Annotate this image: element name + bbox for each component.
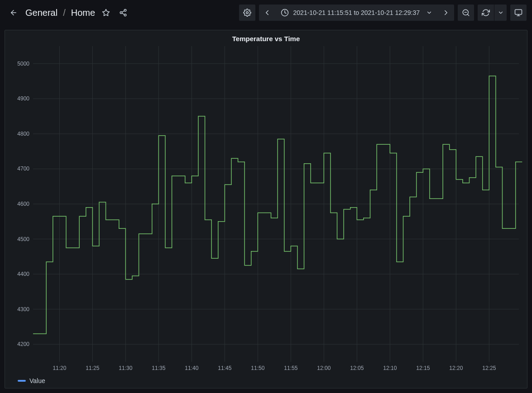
- svg-text:11:50: 11:50: [251, 365, 264, 371]
- breadcrumb: General / Home: [25, 6, 129, 19]
- chevron-down-icon: [426, 9, 432, 16]
- svg-line-10: [467, 14, 469, 15]
- svg-text:11:40: 11:40: [185, 365, 198, 371]
- chart-panel: Temperature vs Time 42004300440045004600…: [5, 30, 527, 388]
- svg-text:11:30: 11:30: [119, 365, 132, 371]
- refresh-interval-button[interactable]: [494, 5, 507, 21]
- svg-text:12:20: 12:20: [449, 365, 463, 371]
- star-button[interactable]: [100, 6, 112, 19]
- time-range-display[interactable]: 2021-10-21 11:15:51 to 2021-10-21 12:29:…: [275, 5, 438, 21]
- refresh-button[interactable]: [478, 5, 494, 21]
- gear-icon: [243, 9, 251, 17]
- legend-swatch: [18, 380, 26, 382]
- legend[interactable]: Value: [5, 375, 527, 388]
- share-button[interactable]: [117, 6, 129, 19]
- settings-button[interactable]: [239, 5, 255, 21]
- svg-text:12:25: 12:25: [482, 365, 496, 371]
- svg-rect-12: [515, 9, 522, 14]
- panel-title: Temperature vs Time: [5, 30, 527, 43]
- time-range-label: 2021-10-21 11:15:51 to 2021-10-21 12:29:…: [293, 9, 420, 16]
- breadcrumb-separator: /: [63, 8, 66, 18]
- svg-text:11:20: 11:20: [53, 365, 66, 371]
- svg-line-5: [122, 13, 125, 14]
- svg-text:5000: 5000: [17, 61, 29, 67]
- tv-mode-button[interactable]: [510, 5, 527, 21]
- time-range-prev-button[interactable]: [259, 5, 275, 21]
- svg-text:4500: 4500: [17, 236, 29, 242]
- chart-area[interactable]: 42004300440045004600470048004900500011:2…: [5, 43, 527, 375]
- refresh-icon: [482, 9, 490, 17]
- share-icon: [119, 9, 127, 17]
- svg-text:4400: 4400: [17, 271, 29, 277]
- refresh-group: [478, 5, 507, 21]
- svg-marker-1: [103, 9, 110, 16]
- svg-text:12:10: 12:10: [383, 365, 397, 371]
- zoom-out-button[interactable]: [458, 5, 474, 21]
- page-title[interactable]: Home: [71, 8, 95, 18]
- back-button[interactable]: [5, 5, 22, 21]
- svg-text:12:15: 12:15: [416, 365, 430, 371]
- arrow-left-icon: [10, 9, 18, 17]
- svg-text:11:55: 11:55: [284, 365, 297, 371]
- star-icon: [102, 9, 110, 17]
- svg-text:4600: 4600: [17, 201, 29, 207]
- svg-line-6: [122, 11, 125, 12]
- svg-point-7: [246, 12, 248, 14]
- svg-text:11:35: 11:35: [152, 365, 165, 371]
- svg-text:4200: 4200: [17, 341, 29, 347]
- toolbar: General / Home 2021-10-21 1: [0, 0, 532, 25]
- svg-text:4900: 4900: [17, 95, 29, 102]
- svg-text:4300: 4300: [17, 306, 29, 313]
- legend-series-label: Value: [29, 377, 45, 384]
- chevron-down-icon: [498, 9, 504, 16]
- time-range-next-button[interactable]: [438, 5, 454, 21]
- breadcrumb-folder[interactable]: General: [25, 8, 58, 18]
- zoom-out-icon: [462, 9, 470, 17]
- svg-text:11:25: 11:25: [86, 365, 99, 371]
- monitor-icon: [514, 9, 522, 17]
- chevron-left-icon: [263, 9, 271, 17]
- svg-text:11:45: 11:45: [218, 365, 231, 371]
- svg-text:12:00: 12:00: [317, 365, 331, 371]
- svg-text:4700: 4700: [17, 166, 29, 172]
- chevron-right-icon: [442, 9, 450, 17]
- svg-text:12:05: 12:05: [350, 365, 364, 371]
- clock-icon: [281, 9, 289, 17]
- time-range-picker: 2021-10-21 11:15:51 to 2021-10-21 12:29:…: [259, 5, 454, 21]
- svg-text:4800: 4800: [17, 131, 29, 137]
